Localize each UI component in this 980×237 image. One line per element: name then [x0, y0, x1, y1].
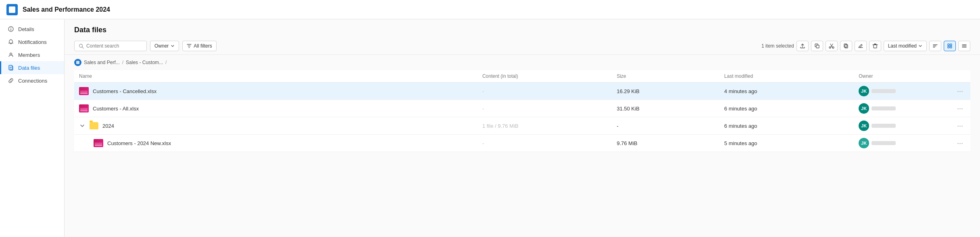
link-icon	[8, 77, 14, 84]
file-name-text: Customers - All.xlsx	[93, 106, 139, 112]
person-icon	[8, 52, 14, 58]
breadcrumb: Sales and Perf... / Sales - Custom... /	[65, 55, 980, 70]
main-content: Data files Owner All filters 1 item sele…	[65, 19, 980, 237]
sidebar-item-connections[interactable]: Connections	[0, 74, 64, 87]
col-content: Content (in total)	[477, 70, 612, 83]
breadcrumb-sep-2: /	[165, 60, 167, 65]
grid-view-button[interactable]	[944, 41, 956, 51]
filter-icon	[187, 44, 192, 48]
chevron-down-icon-sort	[918, 44, 922, 48]
cut-button[interactable]	[826, 41, 838, 51]
row-actions-cell: ···	[943, 100, 970, 117]
col-owner: Owner	[854, 70, 943, 83]
duplicate-icon	[843, 43, 849, 49]
modified-cell: 6 minutes ago	[719, 117, 854, 135]
svg-rect-11	[874, 45, 877, 48]
modified-cell: 5 minutes ago	[719, 135, 854, 152]
col-size: Size	[612, 70, 719, 83]
owner-avatar: JK	[859, 103, 869, 114]
main-layout: Details Notifications Members Data files	[0, 19, 980, 237]
table-row[interactable]: Customers - Cancelled.xlsx - 16.29 KiB 4…	[74, 83, 970, 100]
sort-button[interactable]: Last modified	[884, 41, 927, 51]
table-header-row: Name Content (in total) Size Last modifi…	[74, 70, 970, 83]
all-filters-button[interactable]: All filters	[182, 41, 216, 51]
file-name-text: Customers - Cancelled.xlsx	[93, 88, 156, 94]
breadcrumb-item-sub[interactable]: Sales - Custom...	[126, 60, 163, 65]
file-name-text: Customers - 2024 New.xlsx	[107, 140, 171, 146]
owner-name-bar	[872, 106, 896, 110]
breadcrumb-home-icon	[74, 59, 81, 66]
row-actions-cell: ···	[943, 135, 970, 152]
trash-icon	[872, 43, 878, 49]
toolbar-right: 1 item selected	[761, 41, 970, 51]
svg-point-7	[829, 47, 831, 48]
breadcrumb-sep-1: /	[122, 60, 123, 65]
chevron-down-icon	[171, 44, 175, 48]
sidebar-item-notifications-label: Notifications	[18, 39, 47, 45]
file-name-cell: 2024	[74, 117, 477, 135]
folder-icon	[90, 122, 98, 129]
list-view-button[interactable]	[958, 41, 970, 51]
duplicate-button[interactable]	[840, 41, 852, 51]
rename-icon	[858, 43, 863, 49]
sort-label: Last modified	[888, 43, 917, 49]
app-logo	[6, 4, 18, 15]
upload-button[interactable]	[797, 41, 809, 51]
file-table-container: Name Content (in total) Size Last modifi…	[65, 70, 980, 237]
owner-avatar: JK	[859, 121, 869, 131]
copy-link-button[interactable]	[811, 41, 823, 51]
svg-rect-2	[10, 28, 11, 29]
selected-badge: 1 item selected	[761, 43, 794, 49]
expand-button[interactable]	[79, 123, 85, 129]
file-name-cell: Customers - 2024 New.xlsx	[74, 135, 477, 152]
content-cell: 1 file / 9.76 MiB	[477, 117, 612, 135]
table-row[interactable]: Customers - 2024 New.xlsx - 9.76 MiB 5 m…	[74, 135, 970, 152]
xlsx-file-icon	[94, 139, 103, 147]
sort-options-button[interactable]	[929, 41, 941, 51]
owner-cell: JK	[854, 100, 943, 117]
rename-button[interactable]	[855, 41, 867, 51]
svg-rect-16	[76, 61, 79, 64]
sidebar-item-details[interactable]: Details	[0, 23, 64, 35]
svg-point-3	[10, 53, 12, 55]
svg-point-5	[79, 44, 83, 47]
page-header: Data files	[65, 19, 980, 37]
sidebar-item-notifications[interactable]: Notifications	[0, 35, 64, 48]
sidebar-item-members[interactable]: Members	[0, 48, 64, 61]
search-input[interactable]	[86, 43, 139, 49]
sidebar: Details Notifications Members Data files	[0, 19, 65, 237]
row-menu-button[interactable]: ···	[955, 121, 965, 131]
sidebar-item-data-files-label: Data files	[18, 65, 40, 71]
content-cell: -	[477, 135, 612, 152]
owner-filter-button[interactable]: Owner	[150, 41, 179, 51]
svg-rect-14	[948, 46, 949, 48]
size-cell: -	[612, 117, 719, 135]
breadcrumb-item-root[interactable]: Sales and Perf...	[84, 60, 120, 65]
row-menu-button[interactable]: ···	[955, 86, 965, 96]
cut-icon	[829, 43, 834, 49]
modified-cell: 6 minutes ago	[719, 100, 854, 117]
size-cell: 31.50 KiB	[612, 100, 719, 117]
col-name: Name	[74, 70, 477, 83]
svg-point-8	[832, 47, 834, 48]
xlsx-file-icon	[79, 87, 89, 95]
sidebar-item-data-files[interactable]: Data files	[0, 61, 64, 74]
content-cell: -	[477, 83, 612, 100]
app-header: Sales and Performance 2024	[0, 0, 980, 19]
row-menu-button[interactable]: ···	[955, 104, 965, 113]
file-name-cell: Customers - All.xlsx	[74, 100, 477, 117]
file-table: Name Content (in total) Size Last modifi…	[74, 70, 970, 152]
file-name-cell: Customers - Cancelled.xlsx	[74, 83, 477, 100]
table-row[interactable]: Customers - All.xlsx - 31.50 KiB 6 minut…	[74, 100, 970, 117]
toolbar: Owner All filters 1 item selected	[65, 37, 980, 55]
row-menu-button[interactable]: ···	[955, 138, 965, 148]
bell-icon	[8, 39, 14, 45]
row-actions-cell: ···	[943, 117, 970, 135]
search-icon	[79, 44, 84, 49]
owner-avatar: JK	[859, 138, 869, 148]
owner-cell: JK	[854, 135, 943, 152]
app-title: Sales and Performance 2024	[23, 6, 110, 13]
delete-button[interactable]	[869, 41, 881, 51]
table-row[interactable]: 2024 1 file / 9.76 MiB - 6 minutes ago J…	[74, 117, 970, 135]
svg-rect-10	[844, 44, 847, 47]
